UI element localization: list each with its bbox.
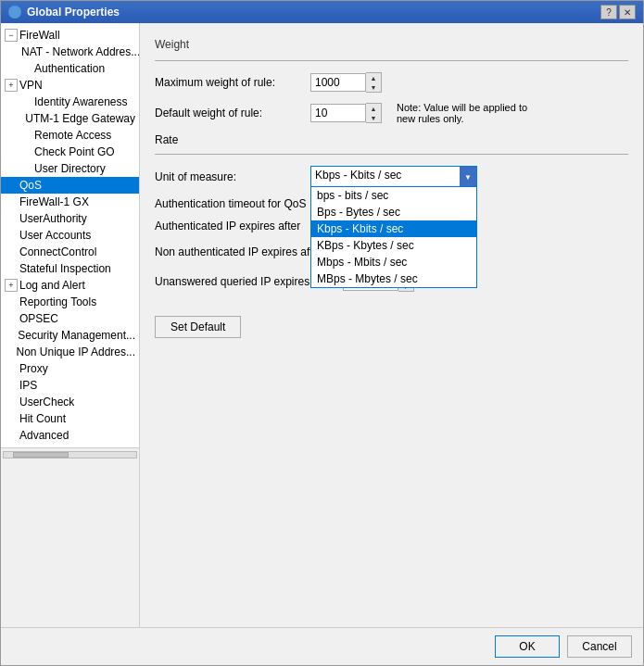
unit-dropdown-options: bps - bits / sec Bps - Bytes / sec Kbps …: [310, 186, 477, 288]
expander-firewall[interactable]: −: [5, 29, 18, 42]
dialog-icon: [8, 6, 21, 19]
default-weight-label: Default weight of rule:: [155, 107, 303, 119]
dropdown-option-bps[interactable]: bps - bits / sec: [311, 187, 476, 204]
title-bar: Global Properties ? ✕: [1, 1, 643, 23]
sidebar-label-stateful-inspection: Stateful Inspection: [19, 262, 111, 275]
sidebar-label-ips: IPS: [19, 379, 37, 392]
dropdown-option-Bps[interactable]: Bps - Bytes / sec: [311, 204, 476, 220]
unit-dropdown[interactable]: Kbps - Kbits / sec ▼: [310, 166, 477, 188]
dialog-title: Global Properties: [27, 6, 120, 19]
unanswered-label: Unanswered queried IP expires after: [155, 275, 335, 288]
unit-label: Unit of measure:: [155, 170, 303, 183]
sidebar-item-opsec[interactable]: OPSEC: [1, 310, 139, 327]
sidebar-label-non-unique-ip: Non Unique IP Addres...: [16, 346, 135, 358]
sidebar-tree: −FireWallNAT - Network Addres...Authenti…: [1, 23, 140, 447]
sidebar-label-reporting-tools: Reporting Tools: [19, 295, 96, 308]
title-bar-left: Global Properties: [8, 6, 120, 19]
sidebar-item-firewall1-gx[interactable]: FireWall-1 GX: [1, 194, 139, 210]
max-weight-spinner: ▲ ▼: [310, 72, 382, 93]
default-weight-row: Default weight of rule: ▲ ▼ Note: Value …: [155, 102, 628, 124]
dropdown-option-Mbps[interactable]: Mbps - Mbits / sec: [311, 254, 476, 270]
unit-of-measure-row: Unit of measure: Kbps - Kbits / sec ▼ bp…: [155, 166, 628, 188]
default-weight-down-button[interactable]: ▼: [366, 113, 381, 122]
sidebar-item-userauthority[interactable]: UserAuthority: [1, 210, 139, 227]
sidebar-label-log-and-alert: Log and Alert: [19, 279, 85, 292]
max-weight-spinner-buttons: ▲ ▼: [366, 72, 382, 93]
sidebar-label-firewall: FireWall: [19, 29, 60, 42]
max-weight-input[interactable]: [310, 73, 366, 92]
sidebar-label-firewall1-gx: FireWall-1 GX: [19, 195, 89, 208]
sidebar-label-authentication: Authentication: [34, 62, 105, 75]
weight-section: Weight Maximum weight of rule: ▲ ▼ Defau…: [155, 38, 628, 124]
sidebar-item-log-and-alert[interactable]: +Log and Alert: [1, 277, 139, 294]
sidebar-horizontal-scrollbar[interactable]: [1, 447, 139, 460]
sidebar-item-connectcontrol[interactable]: ConnectControl: [1, 244, 139, 260]
sidebar-label-advanced: Advanced: [19, 429, 69, 442]
set-default-button[interactable]: Set Default: [155, 316, 241, 338]
sidebar-item-qos[interactable]: QoS: [1, 177, 139, 194]
rate-divider: [155, 154, 628, 155]
sidebar-item-user-accounts[interactable]: User Accounts: [1, 227, 139, 244]
default-weight-spinner-buttons: ▲ ▼: [366, 103, 382, 123]
sidebar-label-connectcontrol: ConnectControl: [19, 245, 96, 258]
global-properties-dialog: Global Properties ? ✕ −FireWallNAT - Net…: [0, 0, 644, 666]
sidebar-item-authentication[interactable]: Authentication: [1, 60, 139, 77]
sidebar-item-security-management[interactable]: Security Management...: [1, 327, 139, 344]
sidebar-item-nat[interactable]: NAT - Network Addres...: [1, 44, 139, 60]
sidebar-item-identity-awareness[interactable]: Identity Awareness: [1, 94, 139, 110]
sidebar-label-usercheck: UserCheck: [19, 396, 74, 408]
sidebar-item-proxy[interactable]: Proxy: [1, 360, 139, 377]
sidebar-label-nat: NAT - Network Addres...: [21, 45, 140, 58]
sidebar-label-user-accounts: User Accounts: [19, 229, 91, 242]
default-weight-up-button[interactable]: ▲: [366, 104, 381, 113]
sidebar-item-vpn[interactable]: +VPN: [1, 77, 139, 94]
weight-divider: [155, 60, 628, 61]
weight-section-title: Weight: [155, 38, 628, 51]
sidebar-item-ips[interactable]: IPS: [1, 377, 139, 394]
sidebar-item-hit-count[interactable]: Hit Count: [1, 410, 139, 427]
auth-timeout-label: Authentication timeout for QoS: [155, 197, 306, 210]
unit-dropdown-arrow[interactable]: ▼: [460, 167, 476, 187]
ok-button[interactable]: OK: [495, 635, 560, 658]
sidebar-item-usercheck[interactable]: UserCheck: [1, 394, 139, 410]
sidebar-label-userauthority: UserAuthority: [19, 212, 87, 225]
cancel-button[interactable]: Cancel: [567, 635, 632, 658]
sidebar-label-vpn: VPN: [19, 79, 43, 92]
dialog-body: −FireWallNAT - Network Addres...Authenti…: [1, 23, 643, 627]
default-weight-input[interactable]: [310, 104, 366, 122]
dropdown-option-MBps[interactable]: MBps - Mbytes / sec: [311, 270, 476, 287]
sidebar-item-stateful-inspection[interactable]: Stateful Inspection: [1, 260, 139, 277]
sidebar-label-identity-awareness: Identity Awareness: [34, 95, 128, 108]
rate-section: Rate Unit of measure: Kbps - Kbits / sec…: [155, 133, 628, 338]
title-bar-buttons: ? ✕: [600, 5, 636, 19]
close-button[interactable]: ✕: [619, 5, 636, 19]
max-weight-up-button[interactable]: ▲: [366, 73, 381, 82]
hscroll-track: [3, 451, 137, 459]
main-content: Weight Maximum weight of rule: ▲ ▼ Defau…: [140, 23, 643, 627]
sidebar-label-hit-count: Hit Count: [19, 412, 66, 425]
expander-log-and-alert[interactable]: +: [5, 279, 18, 292]
sidebar-label-proxy: Proxy: [19, 362, 48, 375]
sidebar-item-non-unique-ip[interactable]: Non Unique IP Addres...: [1, 344, 139, 360]
expander-vpn[interactable]: +: [5, 79, 18, 92]
non-auth-ip-label: Non authenticated IP expires after: [155, 245, 322, 258]
sidebar-item-firewall[interactable]: −FireWall: [1, 27, 139, 44]
unit-dropdown-selected: Kbps - Kbits / sec: [311, 167, 460, 187]
sidebar-item-user-directory[interactable]: User Directory: [1, 160, 139, 177]
sidebar-item-checkpoint-go[interactable]: Check Point GO: [1, 144, 139, 160]
sidebar-item-reporting-tools[interactable]: Reporting Tools: [1, 294, 139, 310]
max-weight-down-button[interactable]: ▼: [366, 82, 381, 92]
max-weight-row: Maximum weight of rule: ▲ ▼: [155, 72, 628, 93]
sidebar-container: −FireWallNAT - Network Addres...Authenti…: [1, 23, 140, 627]
footer-bar: OK Cancel: [1, 627, 643, 665]
hscroll-thumb: [13, 452, 69, 458]
dropdown-option-Kbps[interactable]: Kbps - Kbits / sec: [311, 220, 476, 237]
sidebar-label-qos: QoS: [19, 179, 42, 192]
sidebar-item-advanced[interactable]: Advanced: [1, 427, 139, 444]
max-weight-label: Maximum weight of rule:: [155, 76, 303, 89]
dropdown-option-KBps[interactable]: KBps - Kbytes / sec: [311, 237, 476, 254]
sidebar-label-user-directory: User Directory: [34, 162, 106, 175]
sidebar-item-utm1-edge[interactable]: UTM-1 Edge Gateway: [1, 110, 139, 127]
help-button[interactable]: ?: [600, 5, 617, 19]
sidebar-item-remote-access[interactable]: Remote Access: [1, 127, 139, 144]
